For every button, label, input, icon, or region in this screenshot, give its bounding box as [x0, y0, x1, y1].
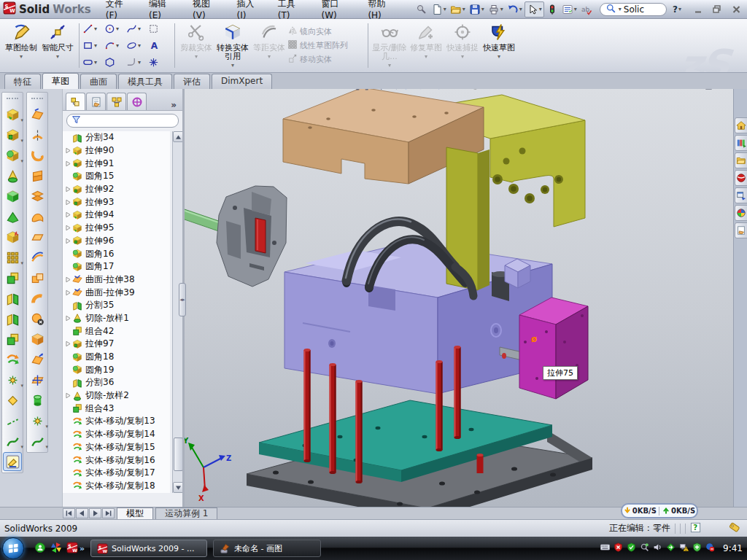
tree-item[interactable]: 拉伸94 — [63, 209, 170, 222]
close-button[interactable] — [729, 4, 743, 15]
tree-item[interactable]: 实体-移动/复制18 — [63, 480, 170, 493]
sketch-slot-button[interactable]: ▾ — [82, 54, 104, 71]
chevron-down-icon[interactable]: ▾ — [268, 53, 271, 60]
cm-button-6[interactable]: 线性草图阵列 — [287, 39, 365, 52]
quicklaunch-qlpin-icon[interactable] — [50, 542, 62, 556]
pin-icon[interactable] — [414, 2, 429, 17]
taskbar-window-paint[interactable]: 未命名 - 画图 — [213, 540, 321, 557]
tree-item[interactable]: 分割36 — [63, 376, 170, 389]
surffree-button[interactable] — [28, 207, 47, 226]
tray-updblue-icon[interactable] — [705, 542, 715, 554]
chevron-down-icon[interactable]: ▾ — [481, 6, 484, 12]
search-box[interactable]: ▾ Solic — [600, 3, 667, 16]
chevron-down-icon[interactable]: ▾ — [461, 53, 464, 60]
split-button[interactable] — [3, 289, 22, 308]
panel-tab-ptprop[interactable] — [86, 93, 106, 110]
sketch-spline-button[interactable]: ▾ — [126, 20, 148, 37]
chevron-down-icon[interactable]: ▾ — [94, 26, 97, 32]
fillet-button[interactable]: ▾ — [3, 146, 22, 165]
help-button[interactable]: ?▾ — [673, 4, 681, 15]
sparkle-button[interactable]: ▾ — [3, 370, 22, 389]
wizard-button[interactable] — [3, 228, 22, 246]
chevron-down-icon[interactable]: ▾ — [195, 53, 198, 60]
tree-item[interactable]: 曲面-拉伸39 — [63, 286, 170, 299]
splineg-button[interactable]: ▾ — [3, 432, 22, 451]
sketch-textA-button[interactable]: A — [148, 37, 170, 54]
next-tab-button[interactable] — [89, 508, 101, 518]
sparkle-button[interactable]: ▾ — [28, 411, 47, 430]
chevron-down-icon[interactable]: ▾ — [519, 6, 522, 12]
panel-more-chevron[interactable]: » — [166, 100, 181, 110]
tree-item[interactable]: 拉伸96 — [63, 235, 170, 248]
sketch-ellipse-button[interactable]: ▾ — [126, 37, 148, 54]
sketch-circle-button[interactable]: ▾ — [104, 20, 126, 37]
tree-item[interactable]: 拉伸91 — [63, 157, 170, 170]
taskpane-props-button[interactable] — [735, 222, 747, 238]
chevron-down-icon[interactable]: ▾ — [56, 53, 59, 60]
cm-button-4[interactable]: 等距实体▾ — [251, 20, 287, 71]
input-method-icon[interactable] — [600, 542, 610, 554]
first-tab-button[interactable] — [63, 508, 75, 518]
new-icon[interactable]: ▾ — [430, 2, 448, 17]
tray-searchtool-icon[interactable] — [640, 542, 649, 554]
tray-volume-icon[interactable] — [653, 542, 662, 554]
tray-shieldplus-icon[interactable] — [692, 542, 702, 554]
tree-item[interactable]: 拉伸93 — [63, 195, 170, 209]
quicklaunch-swcube-icon[interactable]: SW — [66, 542, 78, 556]
tree-filter-box[interactable] — [66, 114, 179, 128]
chevron-down-icon[interactable]: ▾ — [500, 6, 503, 12]
spell-icon[interactable]: ab — [579, 2, 594, 17]
panel-splitter-handle[interactable]: ◂▸ — [179, 283, 186, 316]
taskbar-clock[interactable]: 9:41 — [723, 543, 743, 553]
chevron-down-icon[interactable]: ▾ — [425, 53, 427, 60]
surfknit-button[interactable] — [28, 268, 47, 287]
tree-item[interactable]: 拉伸92 — [63, 183, 170, 196]
prev-tab-button[interactable] — [76, 508, 88, 518]
graphics-viewport[interactable]: ø — [182, 75, 733, 507]
tree-item[interactable]: 组合42 — [63, 324, 170, 338]
cm-button-8[interactable]: 显示/删除几...▾ — [371, 20, 408, 71]
chevron-down-icon[interactable]: ▾ — [116, 42, 119, 49]
network-speed-widget[interactable]: 0KB/S 0KB/S — [621, 503, 698, 518]
model-assembly[interactable]: ø — [182, 75, 733, 507]
combine-button[interactable] — [3, 330, 22, 349]
tab-1[interactable]: 草图 — [42, 73, 79, 89]
tree-item[interactable]: 分割34 — [63, 131, 170, 144]
chevron-down-icon[interactable]: ▾ — [94, 42, 97, 49]
tab-0[interactable]: 特征 — [4, 74, 41, 89]
surfbox-button[interactable] — [28, 330, 47, 349]
cm-button-5[interactable]: 镜向实体 — [287, 26, 365, 38]
tree-item[interactable]: 实体-移动/复制16 — [63, 454, 170, 467]
cm-button-9[interactable]: 修复草图▾ — [408, 20, 444, 71]
tree-item[interactable]: 圆角15 — [63, 170, 170, 183]
delface-button[interactable] — [28, 309, 47, 328]
expand-arrow-icon[interactable] — [65, 160, 72, 167]
undo-icon[interactable]: ▾ — [506, 2, 524, 17]
surfloft-button[interactable] — [28, 166, 47, 185]
chevron-down-icon[interactable]: ▾ — [116, 26, 119, 32]
cursor-icon[interactable]: ▾ — [525, 1, 544, 18]
chevron-down-icon[interactable]: ▾ — [619, 6, 622, 12]
sketch-polygon-button[interactable] — [104, 54, 126, 71]
tab-model[interactable]: 模型 — [117, 508, 153, 519]
dashes-button[interactable] — [3, 411, 22, 430]
cm-button-1[interactable]: 智能尺寸▾ — [39, 20, 76, 71]
sketch-arc-button[interactable]: ▾ — [104, 37, 126, 54]
chevron-down-icon[interactable]: ▾ — [231, 62, 234, 69]
model-clamp-part[interactable] — [182, 186, 287, 287]
expand-arrow-icon[interactable] — [65, 147, 72, 154]
cm-button-11[interactable]: 快速草图▾ — [481, 20, 517, 71]
cm-button-0[interactable]: 草图绘制▾ — [3, 20, 39, 71]
chevron-down-icon[interactable]: ▾ — [444, 6, 446, 12]
cm-button-2[interactable]: 剪裁实体▾ — [178, 20, 214, 71]
start-button[interactable] — [2, 537, 24, 559]
expand-arrow-icon[interactable] — [65, 276, 72, 283]
tab-4[interactable]: 评估 — [174, 74, 210, 89]
tree-item[interactable]: 圆角18 — [63, 351, 170, 364]
search-input-value[interactable]: Solic — [624, 4, 644, 15]
pattern-button[interactable]: ▾ — [3, 248, 22, 267]
tree-item[interactable]: 圆角16 — [63, 247, 170, 260]
sketch-lasso-button[interactable] — [148, 20, 170, 37]
surfbound-button[interactable] — [28, 187, 47, 206]
print-icon[interactable]: ▾ — [487, 2, 505, 17]
